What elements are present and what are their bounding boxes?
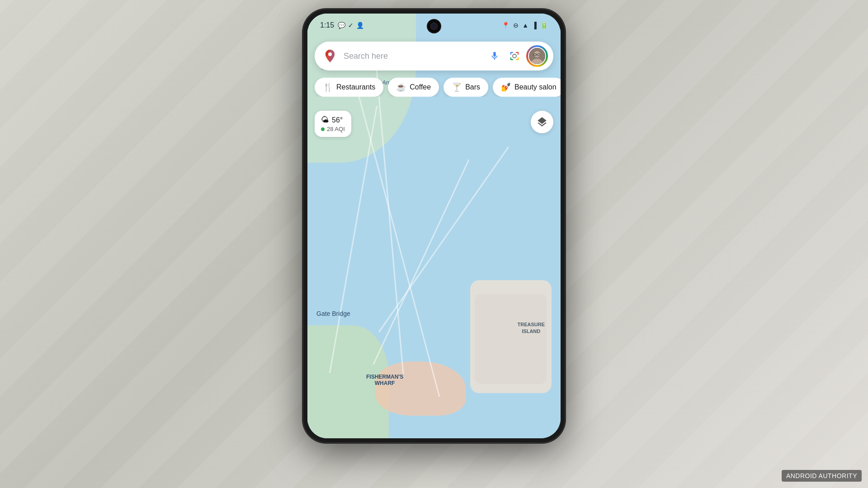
location-icon: 📍 [502, 22, 509, 29]
beauty-label: Beauty salon [514, 83, 557, 91]
aqi-indicator [321, 127, 325, 131]
phone-frame: ...buron Angel Island Gate Bridge FISHER… [303, 9, 565, 443]
beauty-icon: 💅 [501, 82, 511, 92]
weather-icon: 🌤 [321, 115, 329, 125]
status-right: 📍 ⊖ ▲ ▐ 🔋 [502, 22, 548, 29]
camera-notch [428, 20, 440, 33]
treasure-island-label: TREASURE ISLAND [517, 321, 545, 334]
google-maps-logo [322, 48, 338, 64]
lens-search-button[interactable] [505, 47, 524, 65]
bars-icon: 🍸 [452, 82, 462, 92]
coffee-chip[interactable]: ☕ Coffee [388, 78, 439, 97]
watermark-brand: ANDROID [786, 472, 817, 479]
weather-temperature: 🌤 56° [321, 115, 345, 125]
person-icon: 👤 [356, 22, 364, 29]
layers-button[interactable] [531, 111, 553, 133]
voice-search-button[interactable] [486, 47, 504, 65]
watermark-suffix: AUTHORITY [817, 472, 857, 479]
signal-icon: ▐ [532, 22, 537, 29]
phone-container: ...buron Angel Island Gate Bridge FISHER… [294, 0, 574, 488]
battery-icon: 🔋 [540, 22, 548, 29]
search-placeholder[interactable]: Search here [344, 52, 486, 61]
watermark: ANDROID AUTHORITY [782, 470, 862, 482]
status-notification-icons: 💬 ✓ 👤 [338, 22, 364, 29]
land-bottom-center [375, 361, 466, 416]
svg-rect-2 [508, 49, 521, 63]
coffee-icon: ☕ [396, 82, 406, 92]
category-chips: 🍴 Restaurants ☕ Coffee 🍸 Bars 💅 Beauty s… [307, 78, 561, 97]
wifi-icon: ▲ [522, 22, 528, 29]
svg-point-1 [328, 52, 332, 56]
message-icon: 💬 [338, 22, 345, 29]
fishermans-wharf-label: FISHERMAN'S WHARF [366, 374, 403, 386]
dnd-icon: ⊖ [513, 22, 519, 29]
gate-bridge-label: Gate Bridge [316, 310, 350, 317]
phone-screen: ...buron Angel Island Gate Bridge FISHER… [307, 14, 561, 438]
avatar-image [528, 47, 546, 65]
status-time: 1:15 [320, 21, 334, 29]
aqi-value: 28 AQI [327, 126, 345, 132]
land-bottom-right-inner [475, 294, 547, 384]
camera-lens [430, 23, 438, 30]
check-icon: ✓ [348, 22, 354, 29]
user-avatar-button[interactable] [526, 45, 548, 67]
coffee-label: Coffee [410, 83, 431, 91]
temperature-value: 56° [332, 116, 343, 124]
bars-chip[interactable]: 🍸 Bars [443, 78, 488, 97]
status-left: 1:15 💬 ✓ 👤 [320, 21, 364, 29]
weather-widget[interactable]: 🌤 56° 28 AQI [315, 111, 351, 137]
layers-icon [536, 116, 548, 128]
bars-label: Bars [465, 83, 480, 91]
map-background[interactable]: ...buron Angel Island Gate Bridge FISHER… [307, 14, 561, 438]
search-bar[interactable]: Search here [315, 42, 553, 70]
beauty-salon-chip[interactable]: 💅 Beauty salon [493, 78, 561, 97]
restaurants-label: Restaurants [336, 83, 375, 91]
weather-aqi: 28 AQI [321, 126, 345, 132]
restaurants-icon: 🍴 [323, 82, 333, 92]
restaurants-chip[interactable]: 🍴 Restaurants [315, 78, 383, 97]
